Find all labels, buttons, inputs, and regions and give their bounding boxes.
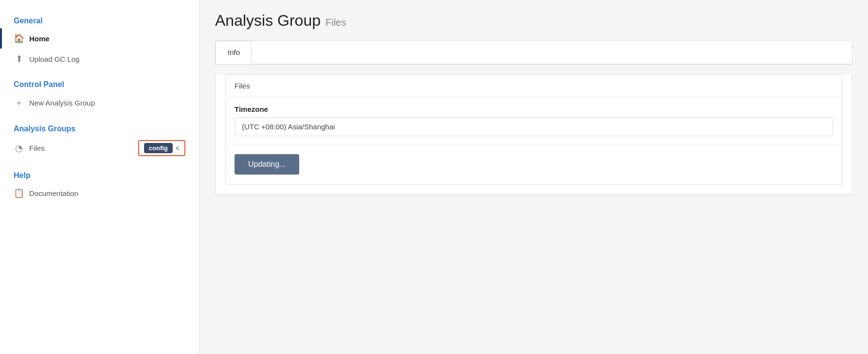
timezone-label: Timezone: [235, 105, 833, 113]
sidebar: General 🏠 Home ⬆ Upload GC Log Control P…: [0, 0, 199, 354]
sidebar-item-new-analysis-group[interactable]: ＋ New Analysis Group: [0, 92, 199, 113]
tabs-container: Info: [215, 40, 852, 65]
home-icon: 🏠: [14, 33, 24, 44]
main-content: Analysis Group Files Info Files Timezone…: [199, 0, 868, 354]
sidebar-item-files[interactable]: ◔ Files: [14, 143, 133, 154]
sidebar-upload-label: Upload GC Log: [29, 55, 79, 63]
timezone-value: (UTC +08:00) Asia/Shanghai: [235, 117, 833, 136]
update-button[interactable]: Updating...: [235, 154, 299, 175]
tooltip-config-label: config: [144, 143, 173, 153]
action-section: Updating...: [226, 144, 842, 184]
plus-icon: ＋: [14, 97, 24, 108]
documentation-icon: 📋: [14, 188, 24, 198]
chart-pie-icon: ◔: [14, 143, 24, 154]
content-card: Files Timezone (UTC +08:00) Asia/Shangha…: [215, 74, 852, 195]
sidebar-new-analysis-group-label: New Analysis Group: [29, 99, 95, 107]
sidebar-files-row: ◔ Files config <: [0, 136, 199, 160]
sidebar-section-control-panel: Control Panel: [0, 75, 199, 92]
sidebar-item-documentation[interactable]: 📋 Documentation: [0, 183, 199, 203]
chevron-left-icon: <: [176, 144, 180, 152]
sidebar-item-upload-gc-log[interactable]: ⬆ Upload GC Log: [0, 49, 199, 69]
sidebar-section-help: Help: [0, 166, 199, 183]
sidebar-files-label: Files: [29, 144, 45, 152]
tab-info[interactable]: Info: [216, 41, 252, 64]
page-subtitle: Files: [326, 17, 346, 28]
upload-icon: ⬆: [14, 53, 24, 64]
sidebar-section-analysis-groups: Analysis Groups: [0, 120, 199, 136]
timezone-section: Timezone (UTC +08:00) Asia/Shanghai: [226, 97, 842, 144]
sidebar-documentation-label: Documentation: [29, 189, 78, 197]
page-header: Analysis Group Files: [215, 12, 852, 30]
inner-card: Files Timezone (UTC +08:00) Asia/Shangha…: [225, 74, 842, 185]
tabs-list: Info: [216, 41, 852, 64]
sidebar-section-general: General: [0, 12, 199, 28]
sidebar-item-home[interactable]: 🏠 Home: [0, 28, 199, 49]
tooltip-config-box[interactable]: config <: [138, 140, 185, 156]
sidebar-home-label: Home: [29, 35, 50, 43]
page-title: Analysis Group: [215, 12, 321, 30]
inner-card-title: Files: [226, 75, 842, 97]
